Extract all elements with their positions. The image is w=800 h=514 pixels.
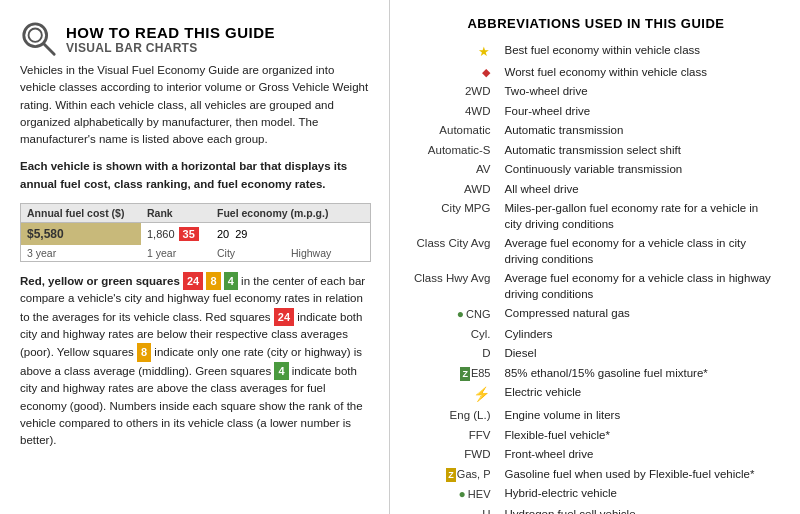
header-annual: Annual fuel cost ($): [21, 204, 141, 222]
diamond-icon: ◆: [482, 66, 490, 78]
abbrev-code: 2WD: [410, 82, 500, 102]
abbrev-description: All wheel drive: [500, 180, 782, 200]
abbrev-row: 2WDTwo-wheel drive: [410, 82, 782, 102]
bar-header-row: Annual fuel cost ($) Rank Fuel economy (…: [21, 204, 370, 223]
header-text: HOW TO READ THIS GUIDE VISUAL BAR CHARTS: [66, 24, 275, 55]
abbrev-description: Average fuel economy for a vehicle class…: [500, 269, 782, 304]
abbrev-description: Front-wheel drive: [500, 445, 782, 465]
abbrev-code: Eng (L.): [410, 406, 500, 426]
label-3yr: 3 year: [21, 247, 141, 259]
svg-line-2: [44, 44, 54, 54]
bar-data-row: $5,580 1,860 35 20 29: [21, 223, 370, 245]
abbrev-description: Average fuel economy for a vehicle class…: [500, 234, 782, 269]
abbrev-code: FFV: [410, 426, 500, 446]
yellow-square-2: 8: [137, 343, 151, 362]
yellow-square-demo: 8: [206, 272, 220, 291]
abbrev-description: Flexible-fuel vehicle*: [500, 426, 782, 446]
abbrev-row: ★Best fuel economy within vehicle class: [410, 41, 782, 63]
abbrev-description: Cylinders: [500, 325, 782, 345]
fuel-cell: 20 29: [211, 224, 370, 244]
bar-labels-row: 3 year 1 year City Highway: [21, 245, 370, 261]
abbrev-row: Cyl.Cylinders: [410, 325, 782, 345]
left-panel: HOW TO READ THIS GUIDE VISUAL BAR CHARTS…: [0, 0, 390, 514]
star-icon: ★: [478, 44, 490, 59]
abbrev-code: ◆: [410, 63, 500, 83]
abbrev-code: Automatic: [410, 121, 500, 141]
red-square-2: 24: [274, 308, 294, 327]
abbrev-description: Compressed natural gas: [500, 304, 782, 325]
abbrev-row: FWDFront-wheel drive: [410, 445, 782, 465]
abbrev-code: H: [410, 505, 500, 514]
abbrev-description: Four-wheel drive: [500, 102, 782, 122]
abbrev-row: Class City AvgAverage fuel economy for a…: [410, 234, 782, 269]
bold-description: Each vehicle is shown with a horizontal …: [20, 158, 371, 193]
abbrev-row: ⚡Electric vehicle: [410, 383, 782, 406]
desc-start: Red, yellow or green squares: [20, 275, 180, 287]
abbrev-code: Automatic-S: [410, 141, 500, 161]
abbrev-description: Hydrogen fuel cell vehicle: [500, 505, 782, 514]
subtitle: VISUAL BAR CHARTS: [66, 41, 275, 55]
rank-square: 35: [179, 227, 199, 241]
abbrev-code: Class City Avg: [410, 234, 500, 269]
abbrev-description: Electric vehicle: [500, 383, 782, 406]
green-square-2: 4: [274, 362, 288, 381]
abbrev-code: ● CNG: [410, 304, 500, 325]
abbrev-description: Automatic transmission: [500, 121, 782, 141]
squares-description: Red, yellow or green squares 24 8 4 in t…: [20, 272, 371, 450]
abbrev-code: 4WD: [410, 102, 500, 122]
abbrev-row: FFVFlexible-fuel vehicle*: [410, 426, 782, 446]
hev-icon: ● HEV: [459, 486, 491, 502]
abbrev-row: ◆Worst fuel economy within vehicle class: [410, 63, 782, 83]
abbrev-row: AVContinuously variable transmission: [410, 160, 782, 180]
abbrev-code: Z Gas, P: [410, 465, 500, 485]
gas-icon: Z Gas, P: [446, 467, 490, 482]
abbrev-description: Hybrid-electric vehicle: [500, 484, 782, 505]
header-rank: Rank: [141, 204, 211, 222]
svg-point-1: [29, 29, 42, 42]
intro-text: Vehicles in the Visual Fuel Economy Guid…: [20, 62, 371, 148]
abbrev-description: Worst fuel economy within vehicle class: [500, 63, 782, 83]
abbrev-row: Eng (L.)Engine volume in liters: [410, 406, 782, 426]
abbrev-description: Miles-per-gallon fuel economy rate for a…: [500, 199, 782, 234]
abbrev-code: ZE85: [410, 364, 500, 384]
main-title: HOW TO READ THIS GUIDE: [66, 24, 275, 41]
right-panel: ABBREVIATIONS USED IN THIS GUIDE ★Best f…: [390, 0, 800, 514]
rank-cell: 1,860 35: [141, 223, 211, 245]
abbrev-description: Continuously variable transmission: [500, 160, 782, 180]
abbrev-code: FWD: [410, 445, 500, 465]
magnify-icon: [20, 20, 58, 58]
abbrev-code: ● HEV: [410, 484, 500, 505]
abbreviations-table: ★Best fuel economy within vehicle class◆…: [410, 41, 782, 514]
abbrev-description: 85% ethanol/15% gasoline fuel mixture*: [500, 364, 782, 384]
red-square-demo: 24: [183, 272, 203, 291]
abbrev-code: ⚡: [410, 383, 500, 406]
abbrev-code: Class Hwy Avg: [410, 269, 500, 304]
abbrev-row: Class Hwy AvgAverage fuel economy for a …: [410, 269, 782, 304]
abbrev-description: Gasoline fuel when used by Flexible-fuel…: [500, 465, 782, 485]
label-city: City: [211, 247, 271, 259]
electric-icon: ⚡: [473, 386, 490, 402]
abbrev-description: Engine volume in liters: [500, 406, 782, 426]
abbrev-row: City MPGMiles-per-gallon fuel economy ra…: [410, 199, 782, 234]
abbrev-row: Automatic-SAutomatic transmission select…: [410, 141, 782, 161]
abbrev-row: HHydrogen fuel cell vehicle: [410, 505, 782, 514]
city-mpg: 20: [217, 228, 229, 240]
bar-demo: Annual fuel cost ($) Rank Fuel economy (…: [20, 203, 371, 262]
abbrev-description: Two-wheel drive: [500, 82, 782, 102]
abbrev-description: Best fuel economy within vehicle class: [500, 41, 782, 63]
abbrev-code: ★: [410, 41, 500, 63]
abbrev-description: Diesel: [500, 344, 782, 364]
abbrev-row: ● CNGCompressed natural gas: [410, 304, 782, 325]
abbrev-row: 4WDFour-wheel drive: [410, 102, 782, 122]
label-highway: Highway: [271, 247, 331, 259]
abbreviations-title: ABBREVIATIONS USED IN THIS GUIDE: [410, 16, 782, 31]
abbrev-row: ZE8585% ethanol/15% gasoline fuel mixtur…: [410, 364, 782, 384]
abbrev-code: Cyl.: [410, 325, 500, 345]
abbrev-row: ● HEVHybrid-electric vehicle: [410, 484, 782, 505]
abbrev-code: AWD: [410, 180, 500, 200]
header-fuel: Fuel economy (m.p.g.): [211, 204, 370, 222]
abbrev-code: City MPG: [410, 199, 500, 234]
hwy-mpg: 29: [235, 228, 247, 240]
cng-icon: ● CNG: [457, 306, 491, 322]
abbrev-row: AWDAll wheel drive: [410, 180, 782, 200]
